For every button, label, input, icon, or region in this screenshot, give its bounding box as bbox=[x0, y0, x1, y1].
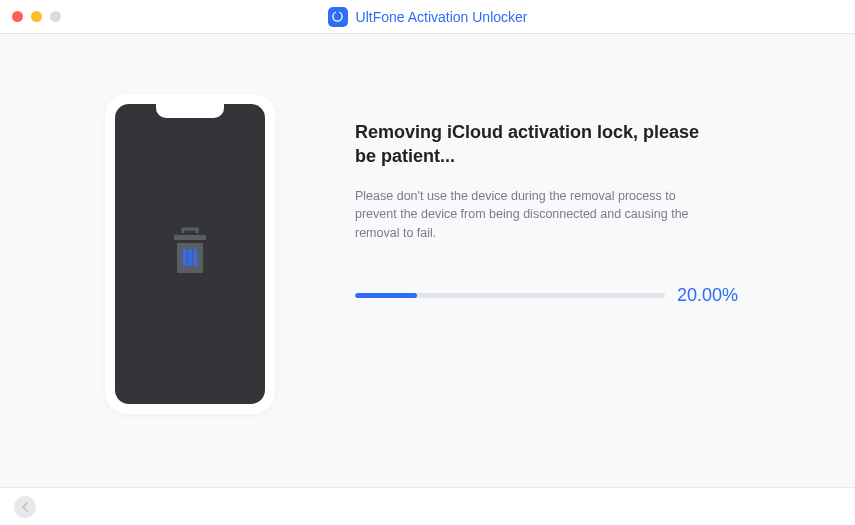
minimize-window-button[interactable] bbox=[31, 11, 42, 22]
svg-rect-5 bbox=[188, 249, 192, 266]
titlebar-title-group: UltFone Activation Unlocker bbox=[328, 7, 528, 27]
svg-rect-4 bbox=[183, 249, 187, 266]
progress-percentage: 20.00% bbox=[677, 285, 738, 306]
svg-point-0 bbox=[333, 12, 342, 21]
phone-screen bbox=[115, 104, 265, 404]
close-window-button[interactable] bbox=[12, 11, 23, 22]
svg-rect-2 bbox=[174, 235, 206, 240]
titlebar: UltFone Activation Unlocker bbox=[0, 0, 855, 34]
progress-bar bbox=[355, 293, 665, 298]
footer-bar bbox=[0, 487, 855, 525]
phone-frame bbox=[105, 94, 275, 414]
svg-rect-1 bbox=[336, 10, 339, 13]
maximize-window-button[interactable] bbox=[50, 11, 61, 22]
status-description: Please don't use the device during the r… bbox=[355, 187, 715, 243]
main-content: Removing iCloud activation lock, please … bbox=[0, 34, 855, 487]
device-illustration bbox=[105, 94, 275, 437]
phone-notch bbox=[156, 104, 224, 118]
svg-rect-6 bbox=[194, 249, 198, 266]
info-panel: Removing iCloud activation lock, please … bbox=[355, 94, 785, 437]
status-headline: Removing iCloud activation lock, please … bbox=[355, 120, 705, 169]
app-logo-icon bbox=[328, 7, 348, 27]
progress-fill bbox=[355, 293, 417, 298]
chevron-left-icon bbox=[21, 498, 29, 516]
trash-icon bbox=[168, 225, 212, 283]
app-title: UltFone Activation Unlocker bbox=[356, 9, 528, 25]
window-controls bbox=[12, 11, 61, 22]
progress-row: 20.00% bbox=[355, 285, 785, 306]
back-button[interactable] bbox=[14, 496, 36, 518]
